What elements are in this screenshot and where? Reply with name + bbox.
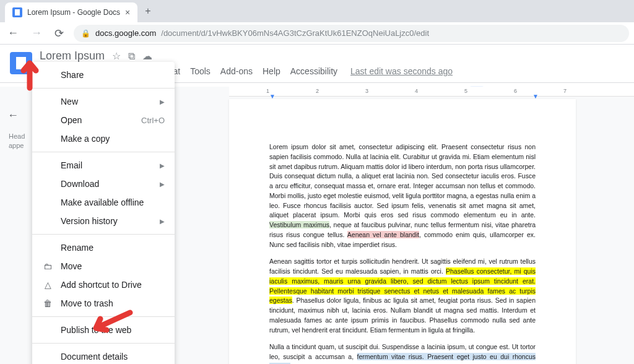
star-icon[interactable]: ☆: [112, 50, 121, 62]
url-path: /document/d/1vHwkBKY06mNs4AG3tCzGraKtUk6…: [161, 28, 429, 38]
tab-title: Lorem Ipsum - Google Docs: [27, 8, 120, 17]
paragraph-2[interactable]: Aenean sagittis tortor et turpis sollici…: [269, 257, 536, 335]
cloud-icon[interactable]: ☁: [142, 50, 152, 62]
trash-icon: 🗑: [42, 298, 53, 308]
paragraph-1[interactable]: Lorem ipsum dolor sit amet, consectetur …: [269, 142, 536, 249]
close-tab-icon[interactable]: ×: [125, 7, 130, 17]
url-domain: docs.google.com: [95, 28, 156, 38]
forward-button[interactable]: →: [28, 24, 45, 42]
submenu-arrow-icon: ▶: [160, 98, 165, 105]
menu-version-history[interactable]: Version history ▶: [32, 212, 175, 230]
annotation-arrow-page-setup: [87, 306, 136, 337]
ruler[interactable]: 1 2 3 4 5 6 7 ▼ ▼: [229, 87, 634, 97]
submenu-arrow-icon: ▶: [160, 162, 165, 169]
menu-help[interactable]: Help: [258, 64, 285, 79]
outline-toggle[interactable]: ←: [5, 106, 26, 124]
highlight-red: Aenean vel ante blandit: [347, 231, 419, 238]
menu-share[interactable]: Share: [32, 66, 175, 84]
paragraph-3[interactable]: Nulla a tincidunt quam, ut suscipit dui.…: [269, 342, 536, 364]
menu-email[interactable]: Email ▶: [32, 156, 175, 175]
drive-icon: △: [42, 280, 53, 290]
folder-icon: 🗀: [42, 261, 53, 271]
menu-tools[interactable]: Tools: [186, 64, 215, 79]
submenu-arrow-icon: ▶: [160, 181, 165, 188]
reload-button[interactable]: ⟳: [52, 24, 66, 43]
last-edit-link[interactable]: Last edit was seconds ago: [350, 66, 453, 76]
menu-add-shortcut[interactable]: △ Add shortcut to Drive: [32, 275, 175, 294]
outline-heading: Head appe: [5, 132, 26, 151]
menu-doc-details[interactable]: Document details: [32, 347, 175, 364]
docs-favicon: [12, 7, 22, 17]
menu-rename[interactable]: Rename: [32, 238, 175, 257]
menu-download[interactable]: Download ▶: [32, 175, 175, 193]
lock-icon: 🔒: [81, 29, 90, 38]
browser-tab[interactable]: Lorem Ipsum - Google Docs ×: [5, 2, 137, 22]
back-button[interactable]: ←: [5, 24, 21, 42]
menu-make-offline[interactable]: Make available offline: [32, 193, 175, 212]
document-page[interactable]: Lorem ipsum dolor sit amet, consectetur …: [229, 99, 576, 364]
menu-new[interactable]: New ▶: [32, 92, 175, 111]
submenu-arrow-icon: ▶: [160, 218, 165, 225]
menu-addons[interactable]: Add-ons: [216, 64, 257, 79]
menu-move[interactable]: 🗀 Move: [32, 257, 175, 275]
menu-open[interactable]: Open Ctrl+O: [32, 111, 175, 129]
highlight-green: Vestibulum maximus: [269, 221, 329, 228]
menu-accessibility[interactable]: Accessibility: [286, 64, 342, 79]
address-bar[interactable]: 🔒 docs.google.com/document/d/1vHwkBKY06m…: [74, 25, 629, 42]
menu-make-copy[interactable]: Make a copy: [32, 129, 175, 148]
new-tab-button[interactable]: +: [137, 6, 158, 17]
annotation-arrow-file: [17, 57, 42, 91]
document-title[interactable]: Lorem Ipsum: [40, 50, 105, 63]
move-icon[interactable]: ⧉: [128, 51, 135, 62]
